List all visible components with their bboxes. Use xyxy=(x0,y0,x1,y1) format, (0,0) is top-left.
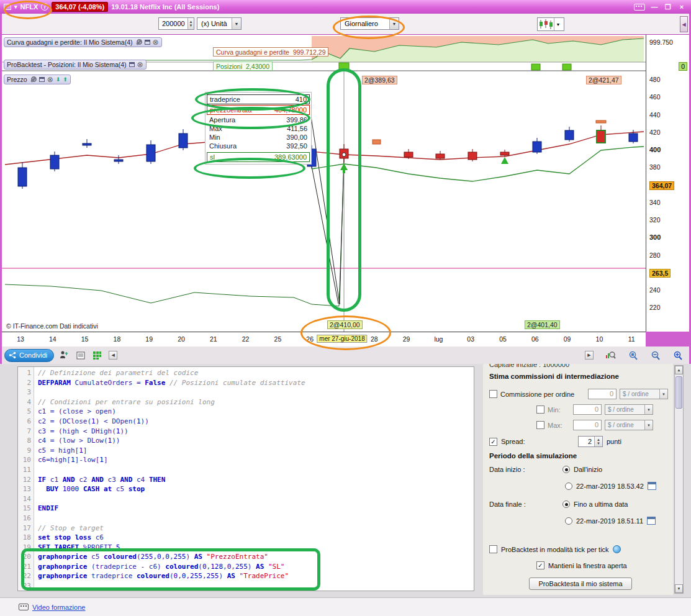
positions-panel-title: ProBacktest - Posizioni: Il Mio Sistema(… xyxy=(7,61,127,68)
window-icon[interactable] xyxy=(145,40,150,45)
y-axis-label: 400 xyxy=(649,146,661,153)
globe-icon xyxy=(613,545,621,553)
y-axis-label: 380 xyxy=(649,163,661,171)
close-button[interactable]: × xyxy=(677,3,686,11)
y-axis-label: 364,07 xyxy=(649,181,674,190)
scroll-right-icon[interactable]: ▶ xyxy=(585,351,594,360)
close-panel-icon[interactable]: ⊗ xyxy=(153,38,159,46)
code-line xyxy=(38,387,474,397)
positions-panel-header[interactable]: ProBacktest - Posizioni: Il Mio Sistema(… xyxy=(4,60,147,70)
chevron-down-icon[interactable]: ▼ xyxy=(644,405,653,414)
info-icon[interactable]: i xyxy=(41,3,48,11)
start-date-radio[interactable] xyxy=(565,482,572,490)
spread-checkbox[interactable]: ✓ xyxy=(489,438,497,446)
scroll-left-icon[interactable]: ◀ xyxy=(109,351,117,360)
unit-dropdown[interactable]: $ / ordine▼ xyxy=(605,420,653,430)
traders-icon[interactable] xyxy=(59,350,70,361)
x-axis-label: 11 xyxy=(628,335,635,343)
maximize-button[interactable]: ❐ xyxy=(664,3,672,11)
chevron-down-icon[interactable]: ▼ xyxy=(232,18,241,29)
news-icon[interactable] xyxy=(75,350,86,361)
scroll-down-icon[interactable]: ▼ xyxy=(675,584,683,593)
unit-dropdown[interactable]: $ / ordine▼ xyxy=(620,389,668,399)
y-axis-label: 220 xyxy=(649,304,661,311)
x-axis-label: 26 xyxy=(306,335,314,343)
amount-input[interactable]: 0 xyxy=(573,420,602,430)
spread-stepper[interactable]: 2 ▲▼ xyxy=(578,436,603,447)
window-menu-icon[interactable] xyxy=(4,4,11,10)
zoom-in-icon[interactable] xyxy=(672,350,683,361)
spread-arrows-icon[interactable]: ▲▼ xyxy=(594,437,602,446)
zoom-out-icon[interactable] xyxy=(649,350,661,361)
quantity-stepper[interactable]: 200000 ▲▼ xyxy=(158,17,194,30)
x-axis[interactable]: 13141518192021222526mer 27-giu-20182829l… xyxy=(2,332,646,346)
window-title: 19.01.18 Netflix Inc (All Sessions) xyxy=(111,3,219,11)
chart-style-button[interactable]: ▼ xyxy=(537,17,564,31)
calendar-icon[interactable] xyxy=(648,482,656,490)
unit-dropdown[interactable]: $ / ordine▼ xyxy=(605,404,653,415)
quantity-arrows-icon[interactable]: ▲▼ xyxy=(187,18,194,29)
price-panel-header[interactable]: Prezzo ⊗ ⬇ ⬆ xyxy=(4,75,71,84)
keyboard-icon[interactable] xyxy=(634,4,645,11)
equity-panel-header[interactable]: Curva guadagni e perdite: Il Mio Sistema… xyxy=(4,37,162,47)
close-panel-icon[interactable]: ⊗ xyxy=(47,76,53,83)
zoom-chart-icon[interactable] xyxy=(605,350,616,361)
symbol-label[interactable]: NFLX xyxy=(20,3,38,11)
close-panel-icon[interactable]: ⊗ xyxy=(137,61,143,68)
settings-scrollbar[interactable]: ▲ ▼ xyxy=(674,365,684,594)
minimize-button[interactable]: — xyxy=(650,3,659,11)
collapse-panel-icon[interactable]: ◀ xyxy=(680,16,688,32)
share-button[interactable]: Condividi xyxy=(4,349,54,362)
chevron-down-icon[interactable]: ▼ xyxy=(659,389,667,399)
y-axis[interactable]: 999.750 0 480460440420400380364,07340320… xyxy=(646,35,689,332)
wrench-icon[interactable] xyxy=(30,76,37,83)
code-content[interactable]: // Definizione dei parametri del codiceD… xyxy=(34,367,474,591)
chevron-down-icon[interactable]: ▼ xyxy=(554,18,562,30)
code-line: set stop loss c6 xyxy=(38,533,474,543)
timeframe-dropdown[interactable]: Giornaliero ▼ xyxy=(340,17,399,30)
price-chart-canvas[interactable] xyxy=(2,35,646,332)
end-date-label: Data finale : xyxy=(489,500,559,508)
commission-checkbox[interactable] xyxy=(536,405,544,414)
wrench-icon[interactable] xyxy=(135,39,142,46)
scroll-up-icon[interactable]: ▲ xyxy=(675,366,683,374)
capital-row[interactable]: Capitale iniziale : 1000000 xyxy=(489,364,663,369)
y-axis-label: 320 xyxy=(649,216,661,224)
amount-input[interactable]: 0 xyxy=(588,389,616,399)
commission-checkbox[interactable] xyxy=(536,421,544,429)
zoom-selection-icon[interactable] xyxy=(627,350,638,361)
chevron-down-icon[interactable]: ▼ xyxy=(644,420,653,430)
tick-mode-checkbox[interactable] xyxy=(489,545,497,553)
price-tooltip: tradeprice410prezzoentrata404,78000Apert… xyxy=(205,92,312,165)
x-axis-label: 14 xyxy=(49,335,56,343)
video-training-link[interactable]: Video formazione xyxy=(32,604,85,611)
quantity-value[interactable]: 200000 xyxy=(159,18,187,29)
x-axis-label: 25 xyxy=(274,335,282,343)
keep-open-checkbox[interactable]: ✓ xyxy=(536,561,544,569)
code-editor[interactable]: 1234567891011121314151617181920212223 //… xyxy=(17,366,474,591)
run-backtest-button[interactable]: ProBacktesta il mio sistema xyxy=(529,578,632,590)
chevron-down-icon[interactable]: ▾ xyxy=(14,4,17,10)
move-up-icon[interactable]: ⬆ xyxy=(63,76,68,83)
y-axis-label: 340 xyxy=(649,199,661,206)
window-icon[interactable] xyxy=(129,62,135,67)
x-axis-label: 03 xyxy=(467,335,474,343)
footer: Video formazione xyxy=(0,597,691,616)
line-numbers: 1234567891011121314151617181920212223 xyxy=(18,367,34,591)
window-icon[interactable] xyxy=(39,77,45,82)
x-axis-label: 28 xyxy=(371,335,378,343)
end-until-last-radio[interactable] xyxy=(562,500,570,508)
scanner-icon[interactable] xyxy=(91,350,102,361)
start-from-beginning-radio[interactable] xyxy=(562,466,570,473)
unit-dropdown[interactable]: (x) Unità ▼ xyxy=(197,17,242,30)
calendar-icon[interactable] xyxy=(647,517,656,525)
commission-checkbox[interactable] xyxy=(489,390,497,398)
chevron-down-icon[interactable]: ▼ xyxy=(389,18,399,29)
keyboard-icon xyxy=(19,604,29,610)
move-down-icon[interactable]: ⬇ xyxy=(56,76,61,83)
start-date-custom-row: 22-mar-2019 18.53.42 xyxy=(565,482,656,490)
end-date-radio[interactable] xyxy=(565,517,572,525)
amount-input[interactable]: 0 xyxy=(573,404,602,415)
scrollbar-thumb[interactable] xyxy=(675,376,682,409)
tooltip-row: Min390,00 xyxy=(207,133,310,142)
